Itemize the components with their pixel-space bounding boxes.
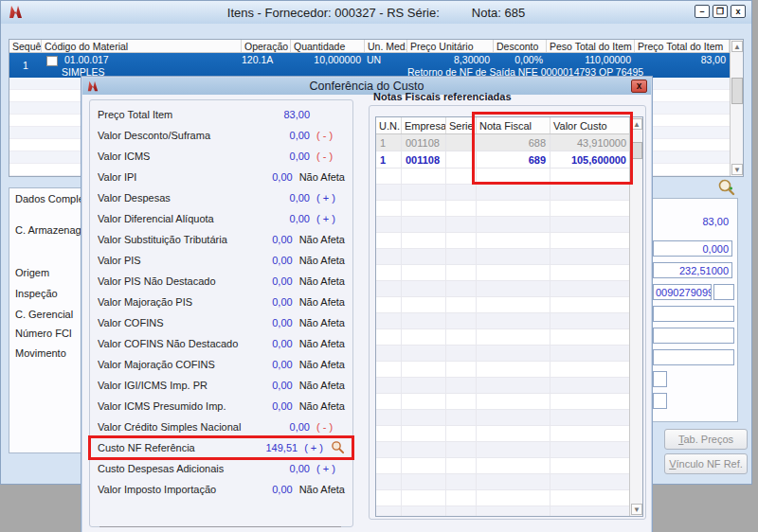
zoom-search-icon[interactable] xyxy=(717,178,736,197)
ref-scrollbar[interactable]: ▲ ▼ xyxy=(629,117,642,516)
field-custo-item[interactable]: 232,51000 xyxy=(653,262,732,278)
ref-empty-row[interactable] xyxy=(376,185,642,201)
ref-empty-row[interactable] xyxy=(376,426,642,442)
ref-empty-row[interactable] xyxy=(376,313,642,329)
items-column-header[interactable]: Código do Material xyxy=(42,40,242,52)
items-column-header[interactable]: Sequência xyxy=(9,40,42,52)
cost-row[interactable]: Custo Despesas Adicionais0,00( + ) xyxy=(90,458,352,479)
ref-empty-cell xyxy=(446,474,477,490)
cost-row-value: 0,00 xyxy=(239,234,293,245)
ref-empty-cell xyxy=(402,168,446,185)
field-empty-2[interactable] xyxy=(653,328,734,344)
cost-row[interactable]: Valor ICMS0,00( - ) xyxy=(90,146,352,167)
field-codigo-ref[interactable]: 0090279099 xyxy=(653,284,712,300)
ref-column-header[interactable]: Valor Custo xyxy=(550,117,631,133)
minimize-button[interactable]: – xyxy=(695,5,710,18)
ref-empty-cell xyxy=(376,313,402,329)
items-column-header[interactable]: Desconto xyxy=(494,40,547,52)
dialog-titlebar[interactable]: Conferência do Custo x xyxy=(82,78,651,95)
cost-row[interactable]: Valor Diferencial Alíquota0,00( + ) xyxy=(90,208,352,229)
items-scrollbar[interactable]: ▲ ▼ xyxy=(730,40,743,176)
dialog-close-button[interactable]: x xyxy=(631,80,647,93)
cost-row[interactable]: Valor Desconto/Suframa0,00( - ) xyxy=(90,125,352,146)
ref-empty-row[interactable] xyxy=(376,442,642,458)
scroll-up-icon[interactable]: ▲ xyxy=(731,41,743,52)
ref-empty-row[interactable] xyxy=(376,458,642,474)
cost-row[interactable]: Valor IGI/ICMS Imp. PR0,00Não Afeta xyxy=(90,375,352,396)
window-title-left: Itens - Fornecedor: 000327 - RS Série: xyxy=(227,6,440,20)
ref-empty-row[interactable] xyxy=(376,329,642,346)
ref-empty-row[interactable] xyxy=(376,201,642,217)
ref-empty-row[interactable] xyxy=(376,394,642,410)
field-empty-3[interactable] xyxy=(653,349,734,365)
cost-row[interactable]: Valor Crédito Simples Nacional0,00( - ) xyxy=(90,417,352,437)
ref-empty-row[interactable] xyxy=(376,362,642,378)
scroll-down-icon[interactable]: ▼ xyxy=(731,164,743,175)
ref-table-row[interactable]: 100110868843,910000 xyxy=(376,134,642,151)
items-column-header[interactable]: Un. Med. xyxy=(365,40,407,52)
ref-column-header[interactable]: U.N. xyxy=(376,117,402,133)
selected-item-row[interactable]: 1 01.00.017 SIMPLES 120.1A 10,000000 UN … xyxy=(9,53,743,78)
ref-scroll-down-icon[interactable]: ▼ xyxy=(631,504,642,515)
dados-label: Número FCI xyxy=(15,328,72,339)
ref-empty-row[interactable] xyxy=(376,506,642,517)
cost-row[interactable]: Preço Total Item83,00 xyxy=(90,104,352,125)
field-partial-1[interactable] xyxy=(653,371,667,387)
cost-row-label: Custo NF Referência xyxy=(98,442,243,453)
ref-scroll-thumb[interactable] xyxy=(631,142,642,159)
cost-row[interactable]: Valor ICMS Presumido Imp.0,00Não Afeta xyxy=(90,396,352,417)
items-column-header[interactable]: Peso Total do Item xyxy=(547,40,635,52)
field-small-box[interactable] xyxy=(713,284,734,300)
ref-empty-row[interactable] xyxy=(376,490,642,506)
cost-row[interactable]: Valor Majoração PIS0,00Não Afeta xyxy=(90,292,352,312)
ref-empty-row[interactable] xyxy=(376,297,642,313)
cost-row[interactable]: Valor COFINS0,00Não Afeta xyxy=(90,312,352,333)
cost-row-value: 0,00 xyxy=(239,380,293,391)
cost-row[interactable]: Valor COFINS Não Destacado0,00Não Afeta xyxy=(90,333,352,354)
cost-row[interactable]: Valor IPI0,00Não Afeta xyxy=(90,167,352,187)
ref-empty-cell xyxy=(477,362,550,378)
vinculo-nf-ref-button[interactable]: Vínculo NF Ref. xyxy=(664,453,748,474)
cost-row[interactable]: Valor Despesas0,00( + ) xyxy=(90,187,352,208)
field-desconto-valor[interactable]: 0,000 xyxy=(653,240,732,257)
cost-row[interactable]: Valor Majoração COFINS0,00Não Afeta xyxy=(90,354,352,375)
ref-empty-row[interactable] xyxy=(376,410,642,426)
cost-row[interactable]: Valor Imposto Importação0,00Não Afeta xyxy=(90,479,352,500)
ref-empty-row[interactable] xyxy=(376,346,642,362)
ref-empty-row[interactable] xyxy=(376,265,642,281)
field-empty-1[interactable] xyxy=(653,306,734,322)
ref-column-header[interactable]: Empresa xyxy=(402,117,446,133)
items-column-header[interactable]: Quantidade xyxy=(291,40,365,52)
window-titlebar[interactable]: Itens - Fornecedor: 000327 - RS Série: N… xyxy=(1,1,751,24)
cost-row[interactable]: Custo NF Referência149,51( + ) xyxy=(90,437,352,458)
ref-empty-row[interactable] xyxy=(376,474,642,490)
cost-row-label: Valor ICMS xyxy=(98,151,251,162)
ref-empty-cell xyxy=(550,458,631,474)
ref-empty-row[interactable] xyxy=(376,378,642,394)
ref-scroll-up-icon[interactable]: ▲ xyxy=(631,118,642,130)
ref-empty-row[interactable] xyxy=(376,281,642,297)
ref-empty-row[interactable] xyxy=(376,168,642,185)
ref-empty-row[interactable] xyxy=(376,233,642,249)
items-column-header[interactable]: Preço Unitário xyxy=(407,40,494,52)
items-column-header[interactable]: Operação xyxy=(242,40,291,52)
maximize-button[interactable]: ❐ xyxy=(713,5,728,18)
ref-column-header[interactable]: Serie xyxy=(446,117,477,133)
ref-table-row[interactable]: 1001108689105,600000 xyxy=(376,151,642,168)
items-column-header[interactable]: Preço Total do Item xyxy=(635,40,730,52)
cost-row[interactable]: Valor PIS Não Destacado0,00Não Afeta xyxy=(90,271,352,292)
magnifier-icon[interactable] xyxy=(331,440,345,456)
ref-empty-row[interactable] xyxy=(376,249,642,265)
row-checkbox[interactable] xyxy=(46,56,58,66)
ref-empty-cell xyxy=(446,168,477,185)
close-button[interactable]: x xyxy=(731,5,746,18)
field-partial-2[interactable] xyxy=(653,393,667,409)
scroll-thumb[interactable] xyxy=(731,78,743,104)
cost-row-suffix: ( + ) xyxy=(310,463,335,474)
cost-row[interactable]: Valor Substituição Tributária0,00Não Afe… xyxy=(90,229,352,250)
tab-precos-button[interactable]: Tab. Preços xyxy=(664,429,748,450)
ref-empty-row[interactable] xyxy=(376,217,642,233)
cost-row[interactable]: Valor PIS0,00Não Afeta xyxy=(90,250,352,271)
ref-column-header[interactable]: Nota Fiscal xyxy=(477,117,550,133)
cost-row-suffix: Não Afeta xyxy=(293,400,345,412)
